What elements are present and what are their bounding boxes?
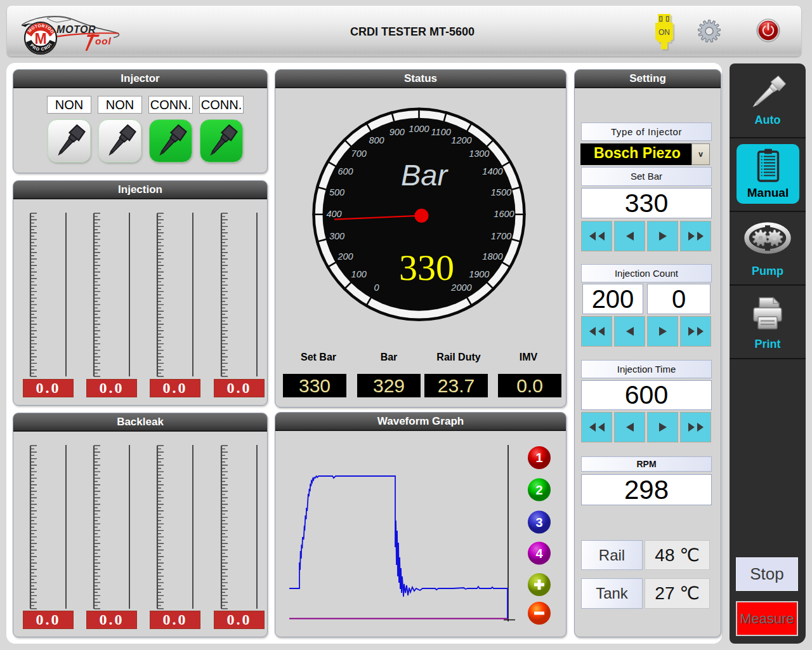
svg-text:Bar: Bar — [401, 158, 449, 192]
svg-text:600: 600 — [337, 166, 353, 176]
svg-text:700: 700 — [351, 149, 367, 159]
svg-text:1000: 1000 — [409, 124, 429, 134]
svg-text:1100: 1100 — [431, 127, 451, 137]
svg-text:1900: 1900 — [469, 269, 489, 279]
svg-text:ON: ON — [658, 28, 670, 37]
svg-text:4: 4 — [535, 547, 543, 560]
svg-text:400: 400 — [326, 209, 341, 219]
svg-text:0: 0 — [374, 282, 379, 293]
svg-text:2: 2 — [535, 483, 542, 497]
svg-text:100: 100 — [351, 269, 367, 279]
svg-text:200: 200 — [337, 251, 353, 262]
svg-text:900: 900 — [390, 127, 405, 137]
svg-text:1300: 1300 — [469, 149, 489, 159]
svg-text:1600: 1600 — [494, 209, 514, 219]
svg-text:ool: ool — [95, 36, 112, 46]
svg-text:MOTOR: MOTOR — [56, 24, 96, 35]
svg-text:M: M — [34, 30, 46, 47]
svg-text:1200: 1200 — [451, 135, 471, 145]
svg-text:800: 800 — [369, 135, 384, 145]
svg-text:330: 330 — [399, 247, 454, 288]
svg-text:1700: 1700 — [491, 231, 511, 241]
svg-text:1: 1 — [535, 451, 542, 465]
svg-text:3: 3 — [535, 515, 542, 529]
svg-text:1400: 1400 — [482, 166, 502, 176]
svg-text:1800: 1800 — [482, 251, 502, 262]
svg-text:1500: 1500 — [491, 187, 511, 197]
svg-text:300: 300 — [329, 231, 344, 241]
svg-text:500: 500 — [329, 187, 344, 197]
